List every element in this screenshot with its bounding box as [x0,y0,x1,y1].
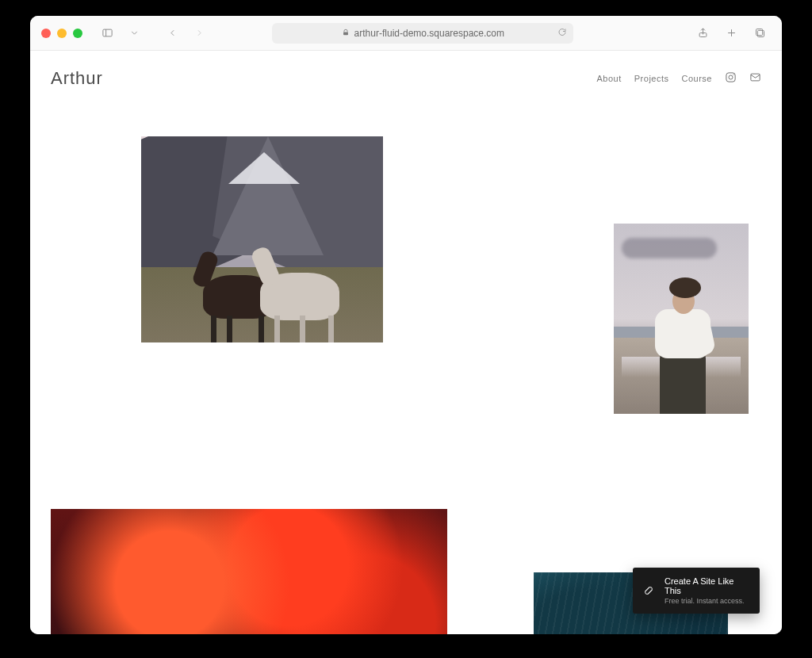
gallery-image[interactable] [141,136,383,342]
instagram-icon[interactable] [725,71,737,86]
email-icon[interactable] [749,71,761,86]
svg-rect-6 [758,30,764,36]
svg-point-10 [733,74,733,75]
svg-rect-2 [343,32,348,35]
browser-chrome: arthur-fluid-demo.squarespace.com [30,16,782,51]
svg-rect-11 [751,74,760,81]
nav-link-course[interactable]: Course [682,74,712,83]
sidebar-toggle-button[interactable] [97,25,117,42]
tabs-overview-button[interactable] [750,25,771,42]
minimize-window-button[interactable] [57,29,67,38]
window-controls [41,29,82,38]
gallery [30,97,782,633]
lock-icon [342,28,350,39]
site-title[interactable]: Arthur [51,68,103,89]
address-bar[interactable]: arthur-fluid-demo.squarespace.com [272,23,573,44]
cta-title: Create A Site Like This [665,576,750,595]
site-nav: About Projects Course [597,71,761,86]
svg-rect-7 [756,29,763,36]
svg-point-9 [729,75,733,79]
fullscreen-window-button[interactable] [73,29,82,38]
browser-window: arthur-fluid-demo.squarespace.com Arthur… [30,16,782,634]
cta-subtitle: Free trial. Instant access. [665,597,750,605]
squarespace-logo-icon [641,583,657,599]
url-text: arthur-fluid-demo.squarespace.com [354,28,504,39]
share-button[interactable] [693,25,714,42]
gallery-image[interactable] [614,224,749,414]
gallery-image[interactable] [51,509,447,634]
svg-rect-8 [726,72,735,81]
reload-button[interactable] [557,27,567,39]
new-tab-button[interactable] [722,25,742,42]
page-content: Arthur About Projects Course [30,51,782,634]
close-window-button[interactable] [41,29,51,38]
site-header: Arthur About Projects Course [30,51,782,97]
svg-rect-0 [102,29,111,36]
nav-link-about[interactable]: About [597,74,622,83]
nav-link-projects[interactable]: Projects [634,74,669,83]
chevron-down-icon[interactable] [124,25,144,42]
forward-button[interactable] [189,25,209,42]
create-site-cta[interactable]: Create A Site Like This Free trial. Inst… [633,568,760,614]
back-button[interactable] [162,25,182,42]
